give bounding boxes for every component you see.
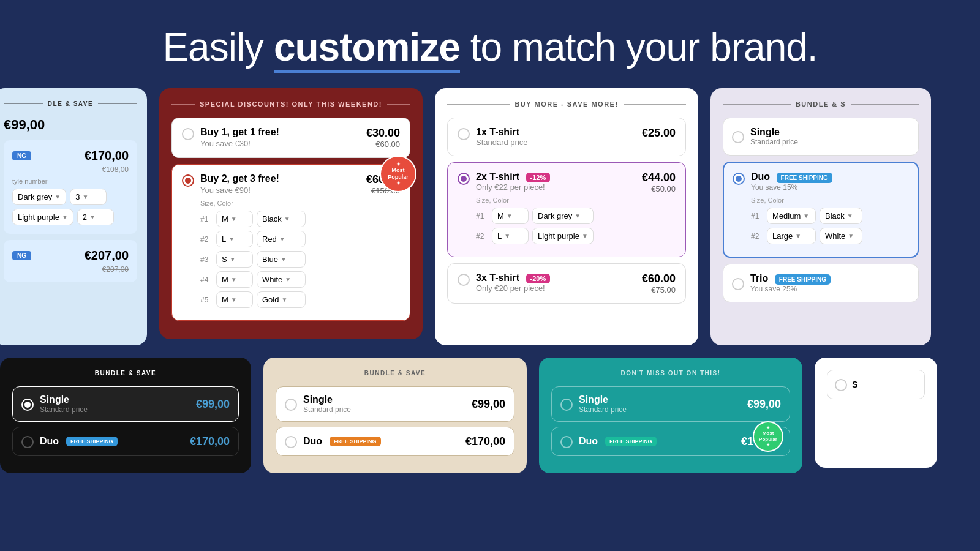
card2-option2[interactable]: Buy 2, get 3 free! You save €90! Size, C…	[172, 164, 410, 321]
card4-option2[interactable]: Duo FREE SHIPPING You save 15% Size, Col…	[723, 162, 919, 258]
card3-opt1-title: 1x T-shirt	[476, 127, 636, 138]
cardb2-opt1-subtitle: Standard price	[303, 405, 466, 414]
card2-radio1[interactable]	[182, 128, 194, 140]
card4-opt1-title: Single	[750, 127, 910, 138]
card3-option2[interactable]: 2x T-shirt -12% Only €22 per piece! Size…	[447, 162, 686, 257]
card4-option3[interactable]: Trio FREE SHIPPING You save 25%	[723, 264, 919, 302]
card-bottom-black: BUNDLE & SAVE Single Standard price €99,…	[0, 358, 251, 473]
card2-row5-size[interactable]: M ▼	[216, 291, 253, 308]
cardb1-option1[interactable]: Single Standard price €99,00	[12, 386, 239, 422]
cardb2-opt1-title: Single	[303, 394, 466, 405]
cardb1-opt2-badge: FREE SHIPPING	[66, 437, 118, 446]
card4-radio3[interactable]	[732, 278, 744, 290]
card3-row2-size[interactable]: L ▼	[492, 228, 529, 244]
card-bundle-right: BUNDLE & S Single Standard price Duo FRE…	[710, 88, 931, 345]
card2-row2-size[interactable]: L ▼	[216, 231, 253, 247]
cardb2-opt2-badge: FREE SHIPPING	[330, 437, 381, 446]
cardb3-most-popular: ✦ Most Popular ✦	[753, 421, 783, 452]
card2-row4-size[interactable]: M ▼	[216, 271, 253, 288]
card4-opt2-title: Duo	[751, 171, 770, 182]
cardb1-opt1-title: Single	[40, 394, 88, 405]
cardb1-opt2-price: €170,00	[190, 435, 230, 448]
card4-option1[interactable]: Single Standard price	[723, 118, 919, 156]
card3-opt2-title: 2x T-shirt	[476, 171, 519, 182]
card4-radio2[interactable]	[733, 173, 745, 185]
headline-end: to match your brand.	[460, 25, 818, 69]
cardb2-radio2[interactable]	[285, 436, 297, 448]
bottom-row: BUNDLE & SAVE Single Standard price €99,…	[0, 358, 980, 473]
card3-opt1-label: 1x T-shirt Standard price	[476, 127, 636, 147]
cardb1-radio1[interactable]	[21, 399, 34, 411]
cardb1-radio2[interactable]	[21, 436, 34, 448]
card1-section-title: DLE & SAVE	[4, 100, 137, 107]
card3-row1-color[interactable]: Dark grey ▼	[532, 208, 594, 224]
cardb3-radio2[interactable]	[560, 436, 573, 448]
card1-select-lightpurple[interactable]: Light purple ▼	[12, 209, 74, 225]
card4-radio1[interactable]	[732, 131, 744, 143]
card2-size-color: Size, Color	[200, 200, 360, 207]
card1-block3: NG €207,00 €207,00	[4, 240, 137, 282]
card4-row2-num: #2	[751, 232, 763, 241]
cardb3-option1[interactable]: Single Standard price €99,00	[551, 386, 790, 422]
card3-radio1[interactable]	[458, 128, 470, 140]
headline: Easily customize to match your brand.	[12, 24, 968, 70]
card1-select-darkgrey[interactable]: Dark grey ▼	[12, 189, 66, 205]
card1-select-2[interactable]: 2 ▼	[77, 209, 114, 225]
card1-price3-old: €207,00	[12, 265, 129, 274]
headline-bold: customize	[274, 25, 460, 73]
card4-opt1-subtitle: Standard price	[750, 138, 910, 146]
card3-option1[interactable]: 1x T-shirt Standard price €25.00	[447, 118, 686, 156]
card1-select-3[interactable]: 3 ▼	[70, 189, 107, 205]
card2-row1-color[interactable]: Black ▼	[257, 211, 306, 227]
card4-row2-size[interactable]: Large ▼	[767, 228, 816, 244]
card4-opt2-badge: FREE SHIPPING	[777, 173, 832, 183]
card4-opt3-subtitle: You save 25%	[750, 285, 910, 293]
card3-option3[interactable]: 3x T-shirt -20% Only €20 per piece! €60.…	[447, 263, 686, 304]
cardb1-option2[interactable]: Duo FREE SHIPPING €170,00	[12, 427, 239, 456]
card2-row2: #2 L ▼ Red ▼	[200, 231, 360, 247]
card4-opt2-size-color: Size, Color	[751, 197, 909, 204]
card2-row3-size[interactable]: S ▼	[216, 251, 253, 268]
card2-row5-color[interactable]: Gold ▼	[257, 291, 306, 308]
card2-row1-num: #1	[200, 215, 213, 223]
card2-opt1-title: Buy 1, get 1 free!	[200, 127, 360, 138]
cardb3-radio1[interactable]	[560, 399, 573, 411]
card2-opt2-title: Buy 2, get 3 free!	[200, 173, 360, 184]
card2-option2-wrapper: Buy 2, get 3 free! You save €90! Size, C…	[172, 164, 410, 321]
card2-row4-num: #4	[200, 276, 213, 284]
card2-row3-color[interactable]: Blue ▼	[257, 251, 306, 268]
cardb4-radio1[interactable]	[835, 379, 847, 391]
cardb3-option2[interactable]: Duo FREE SHIPPING €170,00 ✦ Most Popular…	[551, 427, 790, 456]
card4-row1: #1 Medium ▼ Black ▼	[751, 208, 909, 224]
card2-radio2[interactable]	[182, 174, 194, 187]
card3-opt3-old: €75.00	[642, 285, 676, 294]
card2-row3: #3 S ▼ Blue ▼	[200, 251, 360, 268]
card4-row1-size[interactable]: Medium ▼	[767, 208, 816, 224]
card3-radio2[interactable]	[458, 173, 470, 185]
card2-row2-color[interactable]: Red ▼	[257, 231, 306, 247]
card3-opt2-subtitle: Only €22 per piece!	[476, 182, 636, 192]
card3-row2-color[interactable]: Light purple ▼	[532, 228, 594, 244]
card4-row2: #2 Large ▼ White ▼	[751, 228, 909, 244]
card-bottom-teal: DON'T MISS OUT ON THIS! Single Standard …	[539, 358, 802, 473]
card4-row1-num: #1	[751, 212, 763, 220]
card4-section-title: BUNDLE & S	[723, 100, 919, 108]
cardb3-opt1-price: €99,00	[747, 398, 781, 411]
card3-row1-size[interactable]: M ▼	[492, 208, 529, 224]
cardb4-option1[interactable]: S	[827, 370, 925, 399]
card3-section-title: Buy more - save more!	[447, 100, 686, 108]
card2-option1[interactable]: Buy 1, get 1 free! You save €30! €30.00 …	[172, 118, 410, 158]
card2-row1-size[interactable]: M ▼	[216, 211, 253, 227]
cardb2-option1[interactable]: Single Standard price €99,00	[276, 386, 514, 422]
card2-opt1-price: €30.00 €60.00	[366, 127, 400, 149]
card4-row1-color[interactable]: Black ▼	[820, 208, 862, 224]
card2-row4-color[interactable]: White ▼	[257, 271, 306, 288]
cardb2-option2[interactable]: Duo FREE SHIPPING €170,00	[276, 427, 514, 456]
card4-row2-color[interactable]: White ▼	[820, 228, 862, 244]
card3-radio3[interactable]	[458, 274, 470, 286]
cardb1-opt1-price: €99,00	[196, 398, 230, 411]
card2-row5: #5 M ▼ Gold ▼	[200, 291, 360, 308]
card2-most-popular: ✦ Most Popular ✦	[380, 156, 417, 192]
page-header: Easily customize to match your brand.	[0, 0, 980, 88]
cardb2-radio1[interactable]	[285, 399, 297, 411]
